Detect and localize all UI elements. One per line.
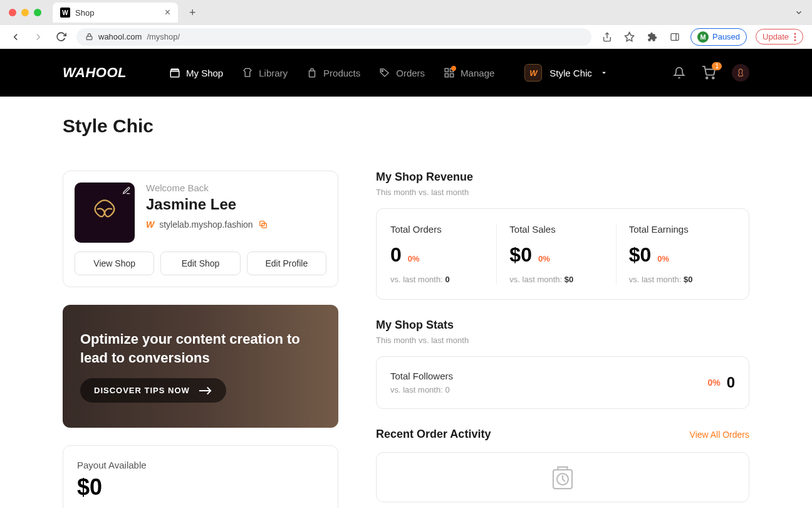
revenue-card: Total Orders 00% vs. last month: 0 Total… [376,208,749,300]
user-name: Jasmine Lee [146,196,268,213]
profile-avatar[interactable] [732,64,749,82]
tabs-dropdown-icon[interactable] [794,8,803,17]
app-header: WAHOOL My Shop Library Products Orders M… [0,49,812,97]
window-maximize-icon[interactable] [34,9,41,16]
profile-card: Welcome Back Jasmine Lee W stylelab.mysh… [63,171,338,287]
shirt-icon [242,67,253,78]
welcome-label: Welcome Back [146,183,268,193]
cart-count-badge: 1 [712,62,722,70]
recent-title: Recent Order Activity [376,428,491,441]
url-bar: wahool.com/myshop/ M Paused Update [0,25,812,49]
nav-label: Products [323,68,360,78]
shop-name-label: Style Chic [549,68,592,78]
shop-avatar [75,183,135,243]
stats-title: My Shop Stats [376,319,749,332]
notification-dot-icon [451,66,456,71]
wahool-mini-icon: W [146,220,154,230]
followers-pct: 0% [707,378,720,388]
revenue-orders: Total Orders 00% vs. last month: 0 [390,224,497,284]
tag-icon [379,67,390,78]
nav-label: My Shop [186,68,223,78]
brand-logo[interactable]: WAHOOL [63,65,127,81]
followers-value: 0 [727,374,735,391]
svg-point-11 [706,77,708,79]
lock-icon [85,33,93,41]
notifications-button[interactable] [673,66,685,79]
svg-point-4 [794,36,796,38]
view-all-orders-link[interactable]: View All Orders [690,430,749,440]
svg-rect-1 [671,33,679,40]
metric-pct: 0% [657,254,669,263]
payout-card: Payout Available $0 [63,445,338,508]
page-title: Style Chic [63,115,749,137]
metric-pct: 0% [538,254,550,263]
window-minimize-icon[interactable] [21,9,29,16]
svg-point-3 [794,33,796,34]
edit-profile-button[interactable]: Edit Profile [247,251,326,275]
cart-button[interactable]: 1 [702,66,716,80]
edit-avatar-icon[interactable] [122,186,131,195]
view-shop-button[interactable]: View Shop [75,251,154,275]
vs-value: $0 [565,275,573,284]
shop-icon [169,67,180,78]
tips-banner: Optimize your content creation to lead t… [63,305,338,428]
bag-icon [306,67,318,78]
followers-label: Total Followers [390,371,453,381]
revenue-subtitle: This month vs. last month [376,188,749,197]
metric-label: Total Sales [509,224,603,235]
metric-label: Total Orders [390,224,484,235]
revenue-sales: Total Sales $00% vs. last month: $0 [497,224,616,284]
chevron-down-icon [600,68,608,77]
vs-value: $0 [684,275,692,284]
svg-rect-9 [445,74,448,77]
nav-label: Orders [396,68,425,78]
svg-rect-0 [86,36,92,40]
url-path: /myshop/ [147,32,180,41]
copy-icon[interactable] [258,220,268,230]
svg-point-5 [794,39,796,41]
tab-close-icon[interactable]: × [165,7,170,18]
nav-orders[interactable]: Orders [379,67,425,78]
extensions-icon[interactable] [645,32,659,42]
nav-products[interactable]: Products [306,67,360,78]
favicon-icon: W [60,8,70,18]
shop-logo-icon [87,195,122,230]
main-nav: My Shop Library Products Orders Manage [169,67,494,78]
vs-label: vs. last month: [629,275,682,284]
profile-paused-button[interactable]: M Paused [690,28,747,46]
shop-badge-icon: W [524,64,542,82]
panel-icon[interactable] [668,32,682,42]
reload-button[interactable] [54,31,68,42]
discover-tips-button[interactable]: DISCOVER TIPS NOW [80,378,226,403]
edit-shop-button[interactable]: Edit Shop [160,251,240,275]
new-tab-button[interactable]: + [189,6,196,19]
payout-value: $0 [77,474,324,500]
forward-button[interactable] [31,31,45,43]
metric-value: $0 [629,245,652,265]
nav-library[interactable]: Library [242,67,288,78]
followers-vs-value: 0 [445,385,449,394]
banner-cta-label: DISCOVER TIPS NOW [94,386,190,395]
nav-myshop[interactable]: My Shop [169,67,223,78]
address-bar[interactable]: wahool.com/myshop/ [76,28,591,46]
banner-title: Optimize your content creation to lead t… [80,330,321,367]
shop-url: stylelab.myshop.fashion [159,220,252,230]
vs-value: 0 [445,275,449,284]
share-icon[interactable] [600,32,614,42]
back-button[interactable] [9,31,23,43]
window-close-icon[interactable] [9,9,16,16]
shop-selector[interactable]: W Style Chic [524,64,608,82]
nav-label: Manage [461,68,494,78]
svg-point-6 [382,70,383,71]
kebab-icon [794,33,796,41]
metric-value: $0 [509,245,532,265]
svg-rect-10 [450,74,454,77]
update-button[interactable]: Update [756,29,803,45]
arrow-right-icon [199,386,212,395]
bookmark-icon[interactable] [623,31,637,42]
tab-title: Shop [75,8,160,18]
tab-bar: W Shop × + [0,0,812,25]
browser-tab[interactable]: W Shop × [53,3,178,23]
nav-manage[interactable]: Manage [444,67,494,78]
paused-label: Paused [712,32,740,41]
